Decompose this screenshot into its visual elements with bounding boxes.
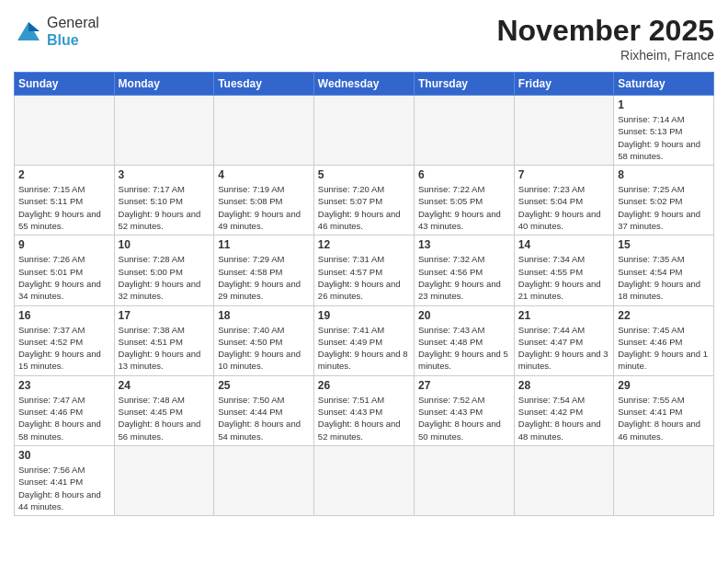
day-cell: 24Sunrise: 7:48 AMSunset: 4:45 PMDayligh… [114,375,214,445]
logo-text: General Blue [47,14,99,49]
week-row-2: 9Sunrise: 7:26 AMSunset: 5:01 PMDaylight… [15,236,714,305]
svg-marker-1 [28,22,40,31]
day-cell: 13Sunrise: 7:32 AMSunset: 4:56 PMDayligh… [414,236,514,305]
day-info: Sunrise: 7:32 AMSunset: 4:56 PMDaylight:… [418,253,510,302]
day-number: 3 [119,168,210,181]
day-number: 11 [218,238,310,251]
day-cell [114,96,214,166]
col-monday: Monday [114,73,214,96]
day-number: 26 [318,379,410,392]
day-info: Sunrise: 7:14 AMSunset: 5:13 PMDaylight:… [618,113,710,162]
day-cell: 25Sunrise: 7:50 AMSunset: 4:44 PMDayligh… [214,375,314,445]
day-number: 21 [518,309,609,322]
day-cell: 5Sunrise: 7:20 AMSunset: 5:07 PMDaylight… [313,166,414,236]
day-info: Sunrise: 7:20 AMSunset: 5:07 PMDaylight:… [318,183,410,232]
day-cell [214,96,314,166]
day-cell [15,96,115,166]
day-info: Sunrise: 7:22 AMSunset: 5:05 PMDaylight:… [418,183,510,232]
day-cell: 27Sunrise: 7:52 AMSunset: 4:43 PMDayligh… [414,375,514,445]
day-number: 25 [218,379,310,392]
col-tuesday: Tuesday [214,73,314,96]
day-number: 10 [119,238,210,251]
day-cell: 7Sunrise: 7:23 AMSunset: 5:04 PMDaylight… [514,166,613,236]
day-cell: 21Sunrise: 7:44 AMSunset: 4:47 PMDayligh… [514,305,613,375]
day-cell: 30Sunrise: 7:56 AMSunset: 4:41 PMDayligh… [15,445,115,515]
day-info: Sunrise: 7:37 AMSunset: 4:52 PMDaylight:… [18,324,110,373]
day-cell: 17Sunrise: 7:38 AMSunset: 4:51 PMDayligh… [114,305,214,375]
day-number: 13 [418,238,510,251]
day-number: 7 [518,168,609,181]
day-cell: 2Sunrise: 7:15 AMSunset: 5:11 PMDaylight… [15,166,115,236]
day-info: Sunrise: 7:50 AMSunset: 4:44 PMDaylight:… [218,394,310,442]
day-info: Sunrise: 7:17 AMSunset: 5:10 PMDaylight:… [119,183,210,232]
day-number: 28 [518,379,609,392]
day-info: Sunrise: 7:56 AMSunset: 4:41 PMDaylight:… [18,464,110,512]
day-number: 2 [18,168,110,181]
day-cell [514,445,613,515]
day-cell: 22Sunrise: 7:45 AMSunset: 4:46 PMDayligh… [614,305,714,375]
day-info: Sunrise: 7:26 AMSunset: 5:01 PMDaylight:… [18,253,110,302]
day-number: 19 [318,309,410,322]
day-number: 16 [18,309,110,322]
day-cell: 16Sunrise: 7:37 AMSunset: 4:52 PMDayligh… [15,305,115,375]
day-cell: 14Sunrise: 7:34 AMSunset: 4:55 PMDayligh… [514,236,613,305]
day-info: Sunrise: 7:40 AMSunset: 4:50 PMDaylight:… [218,324,310,373]
col-sunday: Sunday [15,73,115,96]
day-number: 17 [119,309,210,322]
day-cell [614,445,714,515]
calendar-page: General Blue November 2025 Rixheim, Fran… [0,0,728,563]
day-info: Sunrise: 7:47 AMSunset: 4:46 PMDaylight:… [18,394,110,442]
week-row-3: 16Sunrise: 7:37 AMSunset: 4:52 PMDayligh… [15,305,714,375]
week-row-5: 30Sunrise: 7:56 AMSunset: 4:41 PMDayligh… [15,445,714,515]
day-number: 15 [618,238,710,251]
day-info: Sunrise: 7:52 AMSunset: 4:43 PMDaylight:… [418,394,510,442]
day-info: Sunrise: 7:45 AMSunset: 4:46 PMDaylight:… [618,324,710,373]
day-number: 22 [618,309,710,322]
day-number: 20 [418,309,510,322]
day-info: Sunrise: 7:15 AMSunset: 5:11 PMDaylight:… [18,183,110,232]
day-cell [313,445,414,515]
day-cell: 11Sunrise: 7:29 AMSunset: 4:58 PMDayligh… [214,236,314,305]
day-number: 1 [618,98,710,111]
day-info: Sunrise: 7:28 AMSunset: 5:00 PMDaylight:… [119,253,210,302]
day-info: Sunrise: 7:41 AMSunset: 4:49 PMDaylight:… [318,324,410,373]
col-friday: Friday [514,73,613,96]
day-cell: 4Sunrise: 7:19 AMSunset: 5:08 PMDaylight… [214,166,314,236]
day-cell: 29Sunrise: 7:55 AMSunset: 4:41 PMDayligh… [614,375,714,445]
calendar-table: Sunday Monday Tuesday Wednesday Thursday… [14,72,714,516]
day-info: Sunrise: 7:54 AMSunset: 4:42 PMDaylight:… [518,394,609,442]
day-cell: 20Sunrise: 7:43 AMSunset: 4:48 PMDayligh… [414,305,514,375]
day-number: 6 [418,168,510,181]
day-number: 24 [119,379,210,392]
day-number: 14 [518,238,609,251]
day-info: Sunrise: 7:25 AMSunset: 5:02 PMDaylight:… [618,183,710,232]
day-number: 12 [318,238,410,251]
day-cell: 15Sunrise: 7:35 AMSunset: 4:54 PMDayligh… [614,236,714,305]
col-thursday: Thursday [414,73,514,96]
month-title: November 2025 [496,14,714,48]
day-cell: 8Sunrise: 7:25 AMSunset: 5:02 PMDaylight… [614,166,714,236]
header: General Blue November 2025 Rixheim, Fran… [14,14,714,63]
day-number: 9 [18,238,110,251]
day-cell: 9Sunrise: 7:26 AMSunset: 5:01 PMDaylight… [15,236,115,305]
header-row: Sunday Monday Tuesday Wednesday Thursday… [15,73,714,96]
day-number: 8 [618,168,710,181]
day-number: 23 [18,379,110,392]
week-row-1: 2Sunrise: 7:15 AMSunset: 5:11 PMDaylight… [15,166,714,236]
day-info: Sunrise: 7:48 AMSunset: 4:45 PMDaylight:… [119,394,210,442]
day-cell: 12Sunrise: 7:31 AMSunset: 4:57 PMDayligh… [313,236,414,305]
day-cell: 19Sunrise: 7:41 AMSunset: 4:49 PMDayligh… [313,305,414,375]
day-cell: 23Sunrise: 7:47 AMSunset: 4:46 PMDayligh… [15,375,115,445]
day-info: Sunrise: 7:31 AMSunset: 4:57 PMDaylight:… [318,253,410,302]
location: Rixheim, France [496,48,714,63]
day-cell [514,96,613,166]
day-number: 27 [418,379,510,392]
day-cell [214,445,314,515]
day-cell: 18Sunrise: 7:40 AMSunset: 4:50 PMDayligh… [214,305,314,375]
day-info: Sunrise: 7:34 AMSunset: 4:55 PMDaylight:… [518,253,609,302]
day-cell [414,96,514,166]
day-cell [313,96,414,166]
day-number: 18 [218,309,310,322]
day-info: Sunrise: 7:55 AMSunset: 4:41 PMDaylight:… [618,394,710,442]
day-cell: 26Sunrise: 7:51 AMSunset: 4:43 PMDayligh… [313,375,414,445]
